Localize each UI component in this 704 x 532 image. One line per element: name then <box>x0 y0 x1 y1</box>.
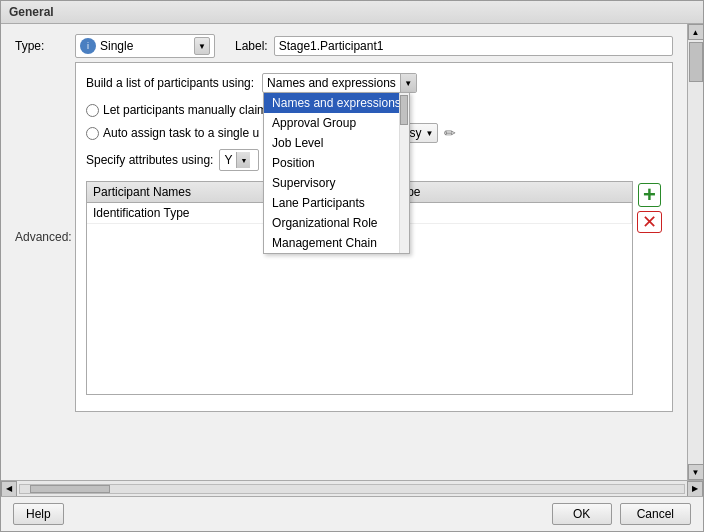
label-label: Label: <box>235 39 268 53</box>
footer-buttons: OK Cancel <box>552 503 691 525</box>
dropdown-menu: Names and expressions Approval Group Job… <box>263 92 410 254</box>
scroll-up-btn[interactable]: ▲ <box>688 24 704 40</box>
dropdown-option-5[interactable]: Lane Participants <box>264 193 409 213</box>
form-area: Type: i Single ▼ Label: Advanced: <box>1 24 687 480</box>
build-list-label: Build a list of participants using: <box>86 76 254 90</box>
add-button[interactable]: + <box>638 183 661 207</box>
least-busy-arrow: ▼ <box>426 129 434 138</box>
radio-claim-label: Let participants manually claim <box>103 103 267 117</box>
section-box: Build a list of participants using: Name… <box>75 62 673 412</box>
dropdown-selected-text: Names and expressions <box>267 76 396 90</box>
type-row: Type: i Single ▼ Label: <box>15 34 673 58</box>
radio-claim[interactable] <box>86 104 99 117</box>
edit-icon[interactable]: ✏ <box>444 125 456 141</box>
dropdown-option-1[interactable]: Approval Group <box>264 113 409 133</box>
type-label: Type: <box>15 39 75 53</box>
h-scroll-thumb[interactable] <box>30 485 110 493</box>
dropdown-scroll-thumb[interactable] <box>400 95 408 125</box>
dropdown-option-4[interactable]: Supervisory <box>264 173 409 193</box>
cancel-button[interactable]: Cancel <box>620 503 691 525</box>
specify-select[interactable]: Y ▼ <box>219 149 259 171</box>
dropdown-option-3[interactable]: Position <box>264 153 409 173</box>
label-input[interactable] <box>274 36 673 56</box>
dropdown-option-2[interactable]: Job Level <box>264 133 409 153</box>
dropdown-option-6[interactable]: Organizational Role <box>264 213 409 233</box>
type-icon: i <box>80 38 96 54</box>
add-remove-buttons: + ✕ <box>637 181 662 235</box>
h-scroll-left-btn[interactable]: ◀ <box>1 481 17 497</box>
dropdown-arrow: ▼ <box>400 74 416 92</box>
dialog-footer: Help OK Cancel <box>1 496 703 531</box>
ok-button[interactable]: OK <box>552 503 612 525</box>
scroll-thumb[interactable] <box>689 42 703 82</box>
advanced-label: Advanced: <box>15 230 75 244</box>
specify-arrow: ▼ <box>236 152 250 168</box>
dialog-title: General <box>9 5 54 19</box>
specify-value: Y <box>224 153 232 167</box>
advanced-row: Advanced: Build a list of participants u… <box>15 62 673 412</box>
type-value: Single <box>100 39 194 53</box>
dropdown-option-7[interactable]: Management Chain <box>264 233 409 253</box>
h-scroll-track <box>19 484 685 494</box>
dropdown-scrollbar[interactable] <box>399 93 409 253</box>
h-scroll-right-btn[interactable]: ▶ <box>687 481 703 497</box>
label-section: Label: <box>235 36 673 56</box>
radio-auto[interactable] <box>86 127 99 140</box>
specify-label: Specify attributes using: <box>86 153 213 167</box>
remove-button[interactable]: ✕ <box>637 211 662 233</box>
radio-auto-label: Auto assign task to a single u <box>103 126 259 140</box>
main-content: Type: i Single ▼ Label: Advanced: <box>1 24 703 480</box>
dialog-header: General <box>1 1 703 24</box>
horizontal-scrollbar[interactable]: ◀ ▶ <box>1 480 703 496</box>
dropdown-option-0[interactable]: Names and expressions <box>264 93 409 113</box>
type-dropdown-btn[interactable]: ▼ <box>194 37 210 55</box>
type-select[interactable]: i Single ▼ <box>75 34 215 58</box>
vertical-scrollbar[interactable]: ▲ ▼ <box>687 24 703 480</box>
dialog: General Type: i Single ▼ Label: Advanced… <box>0 0 704 532</box>
scroll-down-btn[interactable]: ▼ <box>688 464 704 480</box>
help-button[interactable]: Help <box>13 503 64 525</box>
build-list-row: Build a list of participants using: Name… <box>86 73 662 93</box>
build-list-dropdown[interactable]: Names and expressions ▼ Names and expres… <box>262 73 417 93</box>
